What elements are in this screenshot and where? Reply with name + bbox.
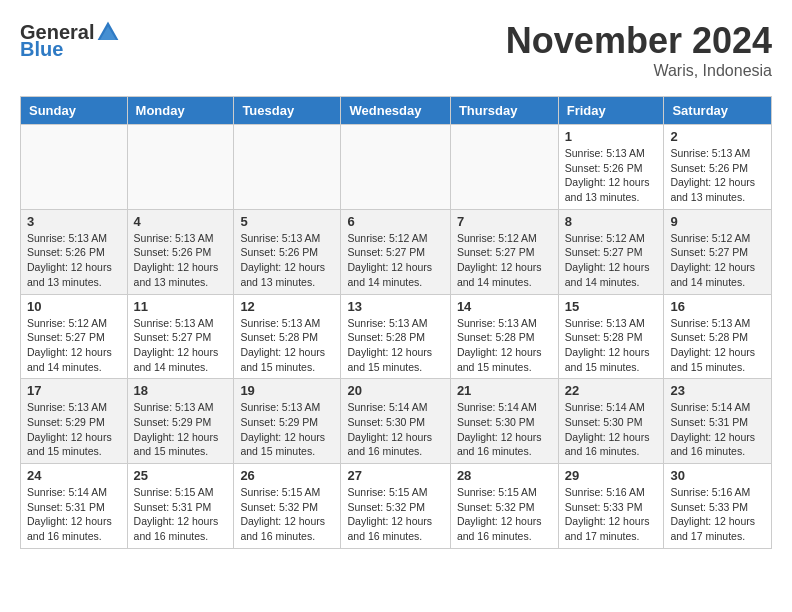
day-number: 4 (134, 214, 228, 229)
calendar-cell: 9Sunrise: 5:12 AM Sunset: 5:27 PM Daylig… (664, 209, 772, 294)
day-number: 14 (457, 299, 552, 314)
day-number: 10 (27, 299, 121, 314)
day-info: Sunrise: 5:16 AM Sunset: 5:33 PM Dayligh… (670, 485, 765, 544)
calendar-cell: 19Sunrise: 5:13 AM Sunset: 5:29 PM Dayli… (234, 379, 341, 464)
calendar-cell: 15Sunrise: 5:13 AM Sunset: 5:28 PM Dayli… (558, 294, 664, 379)
calendar-cell: 28Sunrise: 5:15 AM Sunset: 5:32 PM Dayli… (450, 464, 558, 549)
day-number: 5 (240, 214, 334, 229)
day-number: 6 (347, 214, 443, 229)
calendar-day-header: Wednesday (341, 97, 450, 125)
calendar-cell: 29Sunrise: 5:16 AM Sunset: 5:33 PM Dayli… (558, 464, 664, 549)
calendar-day-header: Sunday (21, 97, 128, 125)
day-info: Sunrise: 5:14 AM Sunset: 5:30 PM Dayligh… (457, 400, 552, 459)
day-number: 27 (347, 468, 443, 483)
calendar-day-header: Tuesday (234, 97, 341, 125)
day-info: Sunrise: 5:12 AM Sunset: 5:27 PM Dayligh… (670, 231, 765, 290)
logo-blue-text: Blue (20, 38, 63, 61)
calendar-day-header: Friday (558, 97, 664, 125)
day-info: Sunrise: 5:14 AM Sunset: 5:31 PM Dayligh… (27, 485, 121, 544)
day-number: 30 (670, 468, 765, 483)
calendar-cell: 13Sunrise: 5:13 AM Sunset: 5:28 PM Dayli… (341, 294, 450, 379)
day-number: 19 (240, 383, 334, 398)
calendar-cell: 2Sunrise: 5:13 AM Sunset: 5:26 PM Daylig… (664, 125, 772, 210)
day-info: Sunrise: 5:13 AM Sunset: 5:28 PM Dayligh… (457, 316, 552, 375)
day-number: 9 (670, 214, 765, 229)
day-info: Sunrise: 5:13 AM Sunset: 5:27 PM Dayligh… (134, 316, 228, 375)
calendar-cell: 23Sunrise: 5:14 AM Sunset: 5:31 PM Dayli… (664, 379, 772, 464)
calendar-cell: 4Sunrise: 5:13 AM Sunset: 5:26 PM Daylig… (127, 209, 234, 294)
day-number: 23 (670, 383, 765, 398)
calendar-cell: 24Sunrise: 5:14 AM Sunset: 5:31 PM Dayli… (21, 464, 128, 549)
calendar-cell: 26Sunrise: 5:15 AM Sunset: 5:32 PM Dayli… (234, 464, 341, 549)
calendar-cell: 6Sunrise: 5:12 AM Sunset: 5:27 PM Daylig… (341, 209, 450, 294)
calendar-cell: 20Sunrise: 5:14 AM Sunset: 5:30 PM Dayli… (341, 379, 450, 464)
title-block: November 2024 Waris, Indonesia (506, 20, 772, 80)
calendar-cell: 16Sunrise: 5:13 AM Sunset: 5:28 PM Dayli… (664, 294, 772, 379)
day-number: 17 (27, 383, 121, 398)
calendar-cell: 3Sunrise: 5:13 AM Sunset: 5:26 PM Daylig… (21, 209, 128, 294)
month-title: November 2024 (506, 20, 772, 62)
day-number: 11 (134, 299, 228, 314)
page-header: General Blue November 2024 Waris, Indone… (20, 20, 772, 80)
day-number: 1 (565, 129, 658, 144)
day-info: Sunrise: 5:12 AM Sunset: 5:27 PM Dayligh… (565, 231, 658, 290)
day-info: Sunrise: 5:13 AM Sunset: 5:29 PM Dayligh… (134, 400, 228, 459)
calendar-week-row: 10Sunrise: 5:12 AM Sunset: 5:27 PM Dayli… (21, 294, 772, 379)
day-number: 22 (565, 383, 658, 398)
day-number: 15 (565, 299, 658, 314)
day-number: 3 (27, 214, 121, 229)
logo: General Blue (20, 20, 120, 61)
day-number: 29 (565, 468, 658, 483)
calendar-cell: 11Sunrise: 5:13 AM Sunset: 5:27 PM Dayli… (127, 294, 234, 379)
day-info: Sunrise: 5:13 AM Sunset: 5:26 PM Dayligh… (27, 231, 121, 290)
day-number: 16 (670, 299, 765, 314)
calendar-cell: 7Sunrise: 5:12 AM Sunset: 5:27 PM Daylig… (450, 209, 558, 294)
calendar-cell: 21Sunrise: 5:14 AM Sunset: 5:30 PM Dayli… (450, 379, 558, 464)
day-info: Sunrise: 5:15 AM Sunset: 5:32 PM Dayligh… (457, 485, 552, 544)
day-info: Sunrise: 5:15 AM Sunset: 5:32 PM Dayligh… (240, 485, 334, 544)
calendar-week-row: 24Sunrise: 5:14 AM Sunset: 5:31 PM Dayli… (21, 464, 772, 549)
day-number: 26 (240, 468, 334, 483)
day-info: Sunrise: 5:13 AM Sunset: 5:26 PM Dayligh… (670, 146, 765, 205)
day-info: Sunrise: 5:12 AM Sunset: 5:27 PM Dayligh… (27, 316, 121, 375)
calendar-cell: 27Sunrise: 5:15 AM Sunset: 5:32 PM Dayli… (341, 464, 450, 549)
day-number: 12 (240, 299, 334, 314)
calendar-day-header: Saturday (664, 97, 772, 125)
day-info: Sunrise: 5:13 AM Sunset: 5:26 PM Dayligh… (565, 146, 658, 205)
calendar-cell: 17Sunrise: 5:13 AM Sunset: 5:29 PM Dayli… (21, 379, 128, 464)
calendar-week-row: 17Sunrise: 5:13 AM Sunset: 5:29 PM Dayli… (21, 379, 772, 464)
calendar-cell (127, 125, 234, 210)
day-number: 8 (565, 214, 658, 229)
calendar-cell (234, 125, 341, 210)
day-number: 21 (457, 383, 552, 398)
day-info: Sunrise: 5:14 AM Sunset: 5:30 PM Dayligh… (347, 400, 443, 459)
day-info: Sunrise: 5:12 AM Sunset: 5:27 PM Dayligh… (347, 231, 443, 290)
day-info: Sunrise: 5:14 AM Sunset: 5:30 PM Dayligh… (565, 400, 658, 459)
calendar-table: SundayMondayTuesdayWednesdayThursdayFrid… (20, 96, 772, 549)
calendar-cell (450, 125, 558, 210)
calendar-day-header: Monday (127, 97, 234, 125)
day-info: Sunrise: 5:13 AM Sunset: 5:28 PM Dayligh… (565, 316, 658, 375)
calendar-cell (341, 125, 450, 210)
day-info: Sunrise: 5:13 AM Sunset: 5:26 PM Dayligh… (240, 231, 334, 290)
day-info: Sunrise: 5:14 AM Sunset: 5:31 PM Dayligh… (670, 400, 765, 459)
day-info: Sunrise: 5:16 AM Sunset: 5:33 PM Dayligh… (565, 485, 658, 544)
day-number: 2 (670, 129, 765, 144)
day-number: 13 (347, 299, 443, 314)
calendar-cell: 18Sunrise: 5:13 AM Sunset: 5:29 PM Dayli… (127, 379, 234, 464)
day-info: Sunrise: 5:15 AM Sunset: 5:31 PM Dayligh… (134, 485, 228, 544)
calendar-cell: 12Sunrise: 5:13 AM Sunset: 5:28 PM Dayli… (234, 294, 341, 379)
calendar-header-row: SundayMondayTuesdayWednesdayThursdayFrid… (21, 97, 772, 125)
day-number: 24 (27, 468, 121, 483)
calendar-cell: 25Sunrise: 5:15 AM Sunset: 5:31 PM Dayli… (127, 464, 234, 549)
calendar-week-row: 1Sunrise: 5:13 AM Sunset: 5:26 PM Daylig… (21, 125, 772, 210)
day-info: Sunrise: 5:13 AM Sunset: 5:28 PM Dayligh… (240, 316, 334, 375)
day-number: 20 (347, 383, 443, 398)
day-number: 28 (457, 468, 552, 483)
calendar-cell: 22Sunrise: 5:14 AM Sunset: 5:30 PM Dayli… (558, 379, 664, 464)
calendar-week-row: 3Sunrise: 5:13 AM Sunset: 5:26 PM Daylig… (21, 209, 772, 294)
day-info: Sunrise: 5:13 AM Sunset: 5:29 PM Dayligh… (27, 400, 121, 459)
calendar-cell: 30Sunrise: 5:16 AM Sunset: 5:33 PM Dayli… (664, 464, 772, 549)
day-number: 18 (134, 383, 228, 398)
day-info: Sunrise: 5:15 AM Sunset: 5:32 PM Dayligh… (347, 485, 443, 544)
